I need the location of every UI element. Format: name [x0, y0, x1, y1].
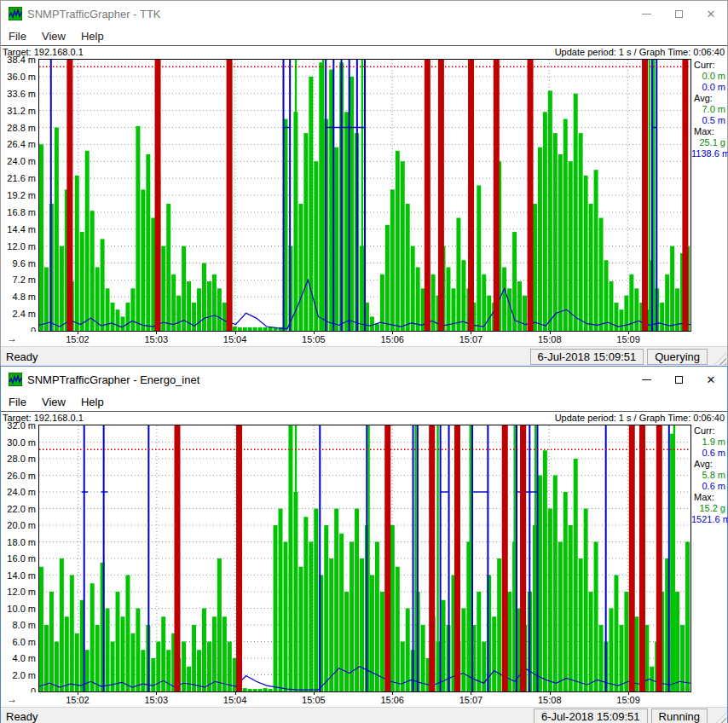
- max-out-value: 1521.6 m: [691, 514, 727, 525]
- scroll-left-arrow[interactable]: →: [7, 333, 17, 344]
- app-icon: [9, 373, 22, 386]
- y-tick-label: 14.0 m: [7, 570, 36, 581]
- x-tick-label: 15:03: [139, 695, 173, 705]
- maximize-button[interactable]: [662, 1, 695, 26]
- x-axis: 15:0215:0315:0415:0515:0615:0715:0815:09: [38, 332, 691, 346]
- y-tick-label: 28.0 m: [7, 454, 36, 464]
- y-tick-label: 10.0 m: [7, 604, 36, 614]
- y-tick-label: 12.0 m: [7, 587, 36, 597]
- y-tick-label: 12.0 m: [7, 241, 36, 252]
- status-ready: Ready: [1, 710, 38, 723]
- y-tick-label: 26.0 m: [7, 471, 36, 481]
- maximize-button[interactable]: [662, 367, 695, 392]
- y-tick-label: 20.0 m: [7, 520, 36, 530]
- curr-out-value: 0.6 m: [691, 448, 727, 459]
- y-tick-label: 18.0 m: [7, 537, 36, 547]
- update-period-label: Update period: 1 s / Graph Time: 0:06:40: [555, 413, 725, 425]
- max-label: Max:: [691, 492, 727, 503]
- max-out-value: 1138.6 m: [691, 148, 727, 159]
- avg-label: Avg:: [691, 93, 727, 104]
- x-tick-label: 15:09: [611, 695, 645, 705]
- curr-label: Curr:: [691, 425, 727, 437]
- y-tick-label: 7.2 m: [12, 275, 36, 285]
- x-tick-label: 15:04: [218, 695, 252, 705]
- resize-grip[interactable]: [714, 353, 726, 365]
- y-tick-label: 26.4 m: [7, 139, 36, 149]
- y-tick-label: 32.0 m: [7, 420, 36, 431]
- menu-file[interactable]: File: [1, 394, 34, 410]
- traffic-plot[interactable]: [38, 425, 691, 692]
- minimize-button[interactable]: [630, 367, 662, 392]
- avg-in-value: 5.8 m: [691, 470, 727, 481]
- y-tick-label: 6.0 m: [12, 637, 36, 647]
- y-tick-label: 4.0 m: [12, 653, 36, 663]
- y-tick-label: 28.8 m: [7, 123, 36, 133]
- menu-help[interactable]: Help: [73, 28, 112, 44]
- status-state: Running: [651, 709, 708, 723]
- y-tick-label: 36.0 m: [7, 72, 36, 82]
- y-tick-label: 21.6 m: [7, 173, 36, 183]
- menubar: File View Help: [1, 392, 727, 411]
- avg-in-value: 7.0 m: [691, 104, 727, 115]
- menu-help[interactable]: Help: [73, 394, 112, 410]
- stats-panel: Curr: 1.9 m 0.6 m Avg: 5.8 m 0.6 m Max: …: [691, 425, 727, 692]
- status-datetime: 6-Jul-2018 15:09:51: [530, 349, 644, 365]
- menu-view[interactable]: View: [34, 394, 73, 410]
- status-bar: Ready 6-Jul-2018 15:09:51 Running: [1, 707, 727, 723]
- x-tick-label: 15:06: [375, 695, 409, 705]
- curr-label: Curr:: [691, 60, 727, 71]
- graph-header: Target: 192.168.0.1 Update period: 1 s /…: [1, 45, 727, 59]
- x-tick-label: 15:05: [297, 695, 331, 705]
- y-axis: 38.4 m36.0 m33.6 m31.2 m28.8 m26.4 m24.0…: [1, 59, 38, 332]
- y-tick-label: 24.0 m: [7, 487, 36, 497]
- app-icon: [9, 7, 22, 20]
- status-ready: Ready: [1, 350, 38, 363]
- x-tick-label: 15:08: [533, 334, 567, 344]
- y-tick-label: 8.0 m: [12, 620, 36, 630]
- x-tick-label: 15:04: [218, 334, 252, 344]
- y-tick-label: 38.4 m: [7, 55, 36, 65]
- resize-grip[interactable]: [714, 713, 726, 723]
- y-tick-label: 16.0 m: [7, 553, 36, 564]
- y-tick-label: 14.4 m: [7, 224, 36, 234]
- window-title: SNMPTrafficGrapher - TTK: [27, 8, 161, 20]
- titlebar[interactable]: SNMPTrafficGrapher - TTK ✕: [1, 1, 727, 26]
- close-button[interactable]: ✕: [695, 367, 727, 392]
- x-tick-label: 15:09: [611, 334, 645, 344]
- menu-view[interactable]: View: [34, 28, 73, 44]
- max-in-value: 25.1 g: [691, 137, 727, 148]
- x-tick-label: 15:07: [454, 334, 488, 344]
- window-energo-inet: SNMPTrafficGrapher - Energo_inet ✕ File …: [0, 366, 728, 723]
- x-axis: 15:0215:0315:0415:0515:0615:0715:0815:09: [38, 692, 691, 707]
- avg-out-value: 0.6 m: [691, 481, 727, 492]
- scroll-left-arrow[interactable]: →: [7, 693, 17, 705]
- y-tick-label: 4.8 m: [12, 292, 36, 302]
- y-tick-label: 31.2 m: [7, 106, 36, 116]
- close-button[interactable]: ✕: [695, 1, 727, 26]
- traffic-plot[interactable]: [38, 59, 691, 332]
- y-tick-label: 33.6 m: [7, 89, 36, 99]
- y-tick-label: 19.2 m: [7, 190, 36, 200]
- y-tick-label: 9.6 m: [12, 258, 36, 269]
- y-tick-label: 16.8 m: [7, 207, 36, 217]
- window-title: SNMPTrafficGrapher - Energo_inet: [27, 373, 199, 386]
- y-tick-label: 22.0 m: [7, 504, 36, 514]
- stats-panel: Curr: 0.0 m 0.0 m Avg: 7.0 m 0.5 m Max: …: [691, 59, 727, 332]
- minimize-button[interactable]: [630, 1, 662, 26]
- y-axis: 32.0 m30.0 m28.0 m26.0 m24.0 m22.0 m20.0…: [1, 425, 38, 692]
- y-tick-label: 2.0 m: [12, 670, 36, 680]
- x-tick-label: 15:06: [375, 334, 409, 344]
- update-period-label: Update period: 1 s / Graph Time: 0:06:40: [555, 47, 725, 59]
- max-label: Max:: [691, 126, 727, 137]
- x-tick-label: 15:03: [139, 334, 173, 344]
- titlebar[interactable]: SNMPTrafficGrapher - Energo_inet ✕: [1, 367, 727, 392]
- x-tick-label: 15:07: [454, 695, 488, 705]
- x-tick-label: 15:02: [61, 334, 95, 344]
- menu-file[interactable]: File: [1, 28, 34, 44]
- status-state: Querying: [647, 349, 708, 365]
- x-tick-label: 15:05: [297, 334, 331, 344]
- graph-header: Target: 192.168.0.1 Update period: 1 s /…: [1, 411, 727, 425]
- menubar: File View Help: [1, 26, 727, 45]
- status-bar: Ready 6-Jul-2018 15:09:51 Querying: [1, 346, 727, 366]
- max-in-value: 15.2 g: [691, 503, 727, 514]
